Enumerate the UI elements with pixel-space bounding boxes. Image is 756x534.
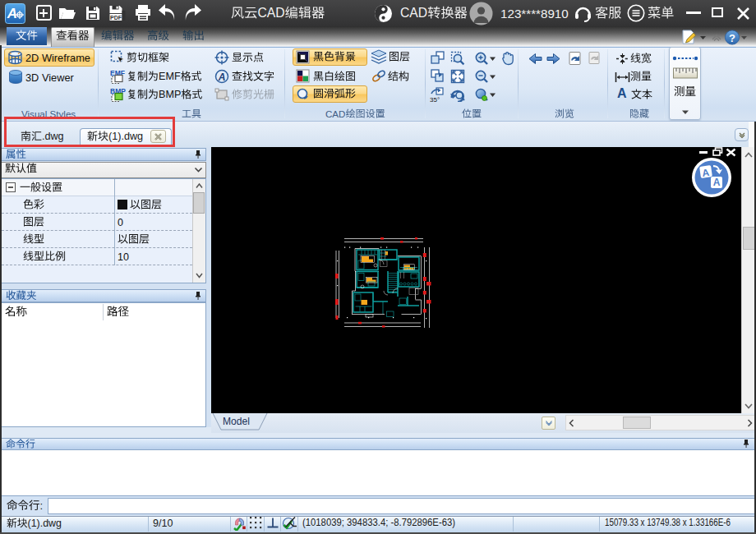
svg-text:A: A — [7, 6, 17, 21]
svg-text:BMP: BMP — [159, 89, 181, 100]
svg-text:A: A — [713, 177, 721, 188]
svg-text:PDF: PDF — [110, 15, 122, 21]
svg-text:Model: Model — [223, 416, 250, 427]
svg-text:15079.33 x 13749.38 x 1.33166E: 15079.33 x 13749.38 x 1.33166E-6 — [605, 517, 731, 528]
svg-text:EMF: EMF — [159, 71, 181, 82]
svg-text::: : — [40, 499, 44, 512]
svg-text:(1).dwg: (1).dwg — [28, 518, 62, 529]
svg-text:(1018039; 394833.4; -8.792896E: (1018039; 394833.4; -8.792896E-63) — [302, 517, 455, 528]
svg-text:CAD: CAD — [325, 108, 345, 119]
svg-text:CAD: CAD — [400, 6, 427, 20]
svg-text:CAD: CAD — [257, 6, 284, 20]
svg-text:35°: 35° — [430, 96, 440, 103]
svg-text:A: A — [218, 71, 226, 83]
svg-text:?: ? — [729, 32, 735, 44]
